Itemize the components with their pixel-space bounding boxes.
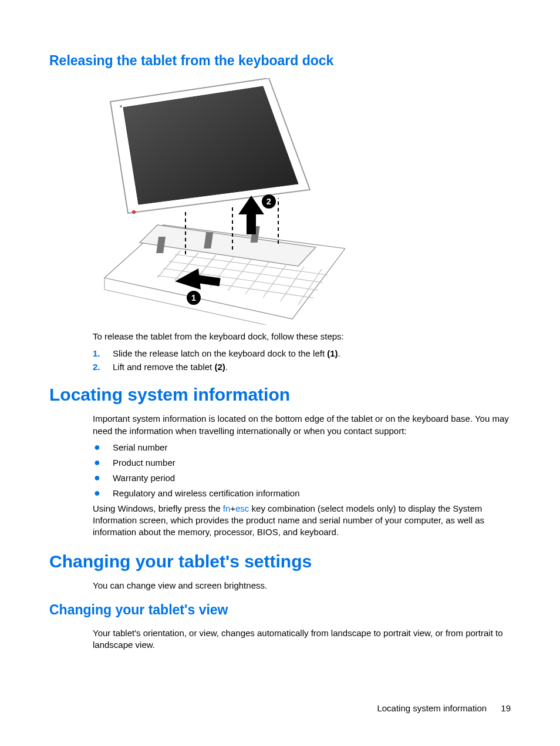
step-text: Slide the release latch on the keyboard … xyxy=(113,348,511,358)
sysinfo-para2: Using Windows, briefly press the fn+esc … xyxy=(93,503,511,539)
release-intro-text: To release the tablet from the keyboard … xyxy=(93,331,511,342)
list-item: 2. Lift and remove the tablet (2). xyxy=(93,362,511,372)
heading-changing-view: Changing your tablet's view xyxy=(49,602,511,618)
release-steps-list: 1. Slide the release latch on the keyboa… xyxy=(93,348,511,372)
list-item: ● Serial number xyxy=(93,442,511,452)
callout-marker-1: 1 xyxy=(187,291,201,305)
bullet-icon: ● xyxy=(93,488,113,498)
callout-marker-2: 2 xyxy=(262,194,276,209)
list-item: 1. Slide the release latch on the keyboa… xyxy=(93,348,511,358)
document-page: Releasing the tablet from the keyboard d… xyxy=(0,0,560,746)
sysinfo-para1: Important system information is located … xyxy=(93,413,511,437)
bullet-text: Serial number xyxy=(113,442,511,452)
list-item: ● Regulatory and wireless certification … xyxy=(93,488,511,498)
svg-rect-21 xyxy=(247,213,256,234)
page-footer: Locating system information 19 xyxy=(377,703,511,713)
heading-releasing-tablet: Releasing the tablet from the keyboard d… xyxy=(49,53,511,69)
list-item: ● Warranty period xyxy=(93,472,511,483)
footer-section-title: Locating system information xyxy=(377,703,487,713)
tablet-dock-illustration: 2 1 xyxy=(93,78,345,325)
view-para: Your tablet's orientation, or view, chan… xyxy=(93,627,511,651)
bullet-icon: ● xyxy=(93,472,113,483)
sysinfo-bullet-list: ● Serial number ● Product number ● Warra… xyxy=(93,442,511,498)
step-number: 1. xyxy=(93,348,113,358)
key-fn: fn xyxy=(223,503,231,513)
list-item: ● Product number xyxy=(93,457,511,468)
step-text: Lift and remove the tablet (2). xyxy=(113,362,511,372)
bullet-text: Product number xyxy=(113,458,511,468)
page-number: 19 xyxy=(501,703,511,713)
bullet-icon: ● xyxy=(93,442,113,452)
svg-point-14 xyxy=(132,210,136,214)
heading-changing-settings: Changing your tablet's settings xyxy=(49,552,511,572)
svg-text:2: 2 xyxy=(266,197,271,206)
bullet-text: Warranty period xyxy=(113,473,511,483)
svg-point-13 xyxy=(120,105,122,107)
svg-text:1: 1 xyxy=(191,293,196,303)
bullet-text: Regulatory and wireless certification in… xyxy=(113,488,511,498)
key-esc: esc xyxy=(235,503,249,513)
step-number: 2. xyxy=(93,362,113,372)
heading-locating-system-info: Locating system information xyxy=(49,385,511,405)
bullet-icon: ● xyxy=(93,457,113,468)
settings-para: You can change view and screen brightnes… xyxy=(93,580,511,592)
